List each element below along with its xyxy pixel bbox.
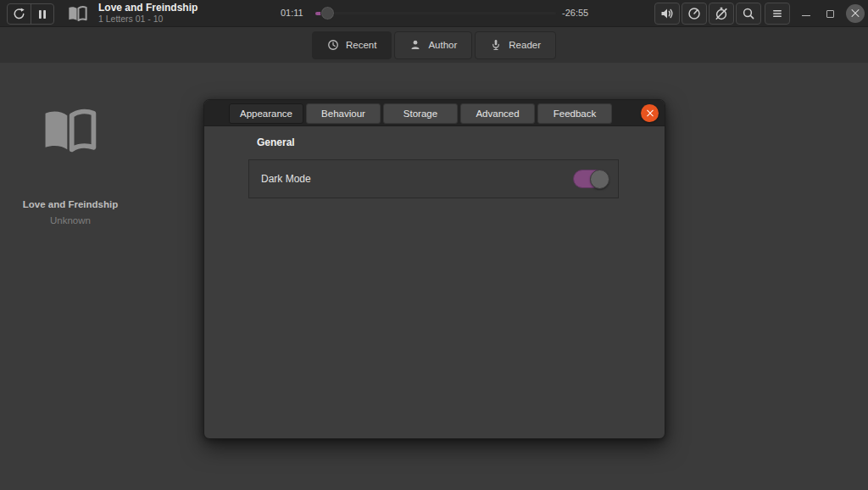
window-close-button[interactable]: [844, 0, 866, 27]
clock-icon: [327, 39, 339, 51]
tab-reader[interactable]: Reader: [475, 31, 556, 59]
playback-speed-button[interactable]: [682, 3, 707, 25]
tab-storage-label: Storage: [403, 109, 437, 119]
toggle-knob: [590, 170, 609, 189]
volume-icon: [660, 7, 674, 20]
dialog-close-icon: [647, 110, 654, 117]
restore-icon: [826, 10, 834, 18]
dialog-close-button[interactable]: [641, 104, 659, 122]
volume-button[interactable]: [654, 3, 680, 25]
minimize-icon: [802, 15, 810, 16]
tab-author[interactable]: Author: [394, 31, 472, 59]
settings-dialog-header: Appearance Behaviour Storage Advanced Fe…: [204, 100, 665, 126]
settings-dialog-body: General Dark Mode: [204, 126, 665, 198]
section-title: General: [257, 136, 665, 148]
progress-track[interactable]: [315, 12, 556, 14]
pause-icon: [37, 9, 47, 19]
dark-mode-row: Dark Mode: [248, 159, 619, 198]
playback-button-group: [7, 3, 54, 25]
tab-feedback[interactable]: Feedback: [537, 103, 612, 124]
tab-recent-label: Recent: [346, 40, 376, 50]
now-playing-info: Love and Freindship 1 Letters 01 - 10: [98, 3, 198, 25]
tab-advanced[interactable]: Advanced: [460, 103, 535, 124]
settings-tabs: Appearance Behaviour Storage Advanced Fe…: [229, 103, 612, 124]
progress-handle[interactable]: [320, 6, 335, 20]
tab-reader-label: Reader: [509, 40, 541, 50]
pause-button[interactable]: [31, 4, 54, 24]
search-icon: [742, 7, 755, 20]
sleep-timer-off-icon: [715, 7, 728, 20]
tab-author-label: Author: [428, 40, 457, 50]
tab-behaviour-label: Behaviour: [321, 109, 365, 119]
hamburger-menu-icon: [771, 8, 783, 19]
book-title: Love and Freindship: [0, 199, 141, 209]
speedometer-icon: [687, 7, 701, 20]
tab-advanced-label: Advanced: [476, 109, 519, 119]
progress-slider[interactable]: [314, 0, 558, 27]
sleep-timer-off-button[interactable]: [709, 3, 734, 25]
book-author: Unknown: [0, 215, 141, 226]
elapsed-time: 01:11: [281, 8, 303, 18]
seek-back-button[interactable]: [8, 4, 31, 24]
book-cover-placeholder-icon: [42, 109, 97, 154]
now-playing-title: Love and Freindship: [98, 3, 198, 14]
person-icon: [409, 39, 421, 51]
dark-mode-toggle[interactable]: [573, 170, 609, 188]
minimize-button[interactable]: [797, 0, 815, 27]
tab-feedback-label: Feedback: [554, 109, 597, 119]
tab-appearance-label: Appearance: [240, 109, 292, 119]
close-icon: [846, 4, 865, 23]
now-playing-chapter: 1 Letters 01 - 10: [98, 14, 198, 25]
seek-back-icon: [13, 8, 25, 20]
search-button[interactable]: [736, 3, 761, 25]
tab-recent[interactable]: Recent: [312, 31, 392, 59]
dark-mode-label: Dark Mode: [261, 173, 311, 185]
restore-window-button[interactable]: [821, 0, 839, 27]
settings-dialog: Appearance Behaviour Storage Advanced Fe…: [203, 99, 665, 439]
tab-behaviour[interactable]: Behaviour: [306, 103, 381, 124]
open-book-icon: [68, 6, 87, 22]
view-switcher: Recent Author Reader: [0, 27, 868, 63]
tab-appearance[interactable]: Appearance: [229, 103, 303, 124]
tab-storage[interactable]: Storage: [383, 103, 458, 124]
microphone-icon: [490, 39, 502, 51]
titlebar: Love and Freindship 1 Letters 01 - 10 01…: [0, 0, 868, 27]
remaining-time: -26:55: [562, 8, 588, 18]
menu-button[interactable]: [765, 3, 790, 25]
